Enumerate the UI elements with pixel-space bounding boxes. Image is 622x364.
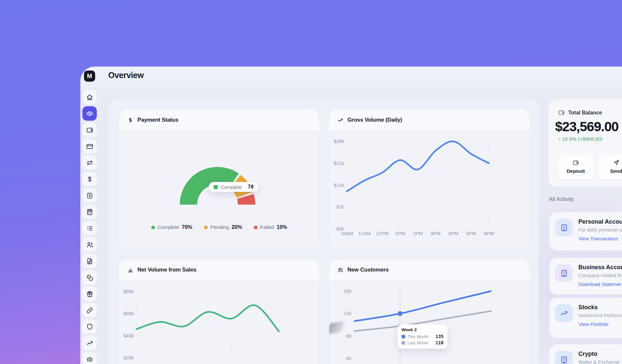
svg-text:$14k: $14k xyxy=(334,183,344,188)
card-new-customers: New Customers 1801359045 Week 2 This Mon… xyxy=(329,260,529,364)
activity-link[interactable]: View Portfolio xyxy=(578,321,608,327)
activity-card-business-account[interactable]: Business AccountCompany-related finances… xyxy=(549,258,622,294)
sidebar-item-documents[interactable] xyxy=(82,254,97,268)
activity-link[interactable]: Download Statement xyxy=(578,281,622,287)
dashboard-panel: M Overview $1 Payment Status Complete 70… xyxy=(80,67,622,364)
activity-title: Crypto xyxy=(578,351,597,357)
legend-label: Pending xyxy=(210,224,229,230)
activity-card-crypto[interactable]: CryptoWallet & Exchange xyxy=(549,344,622,364)
trend-icon xyxy=(86,339,93,347)
total-balance-label: Total Balance xyxy=(568,110,602,116)
sidebar-item-transactions[interactable] xyxy=(82,221,97,235)
wallet-icon xyxy=(558,109,565,116)
sidebar-item-bank[interactable] xyxy=(82,352,97,364)
legend-item: Complete70% xyxy=(151,224,192,230)
legend-label: Failed xyxy=(260,224,274,230)
receipt-icon: $ xyxy=(86,192,93,199)
total-balance-card: Total Balance $23,569.00 ↑ 10.5% (+$908.… xyxy=(549,99,622,187)
bank-icon xyxy=(86,356,93,363)
card-title: Payment Status xyxy=(137,117,178,123)
svg-text:135: 135 xyxy=(343,311,351,316)
svg-text:$28k: $28k xyxy=(334,139,344,144)
sidebar-item-home[interactable] xyxy=(82,90,97,104)
coins-icon: 1 xyxy=(86,274,93,281)
svg-text:10AM: 10AM xyxy=(340,231,353,236)
card-header: Net Volume from Sales xyxy=(119,260,319,280)
sidebar: $1 xyxy=(82,90,97,364)
activity-card-stocks[interactable]: StocksInvestment PerformanceView Portfol… xyxy=(549,298,622,338)
sidebar-item-payments[interactable] xyxy=(82,172,97,186)
action-label: Send xyxy=(610,168,622,174)
sidebar-item-rewards[interactable] xyxy=(82,287,97,301)
sidebar-item-wallet[interactable] xyxy=(82,123,97,137)
send-button[interactable]: Send xyxy=(598,154,622,179)
card-title: Net Volume from Sales xyxy=(137,267,197,273)
dollar-icon xyxy=(86,175,93,183)
card-body: 1801359045 Week 2 This Month135Last Mont… xyxy=(329,280,529,364)
gift-icon xyxy=(86,290,93,298)
svg-text:$7k: $7k xyxy=(337,204,344,210)
svg-text:4PM: 4PM xyxy=(448,231,458,236)
app-logo[interactable]: M xyxy=(84,71,95,82)
sidebar-item-security[interactable] xyxy=(82,319,97,334)
desktop-background: M Overview $1 Payment Status Complete 70… xyxy=(0,0,622,364)
activity-subtitle: Wallet & Exchange xyxy=(578,359,620,364)
card-header: Payment Status xyxy=(119,110,319,131)
complete-swatch xyxy=(214,185,218,189)
sidebar-item-coins[interactable]: 1 xyxy=(82,270,97,285)
svg-text:5PM: 5PM xyxy=(466,231,476,236)
all-activity-heading: All Activity xyxy=(549,196,574,203)
users-icon xyxy=(337,267,343,273)
svg-text:11AM: 11AM xyxy=(358,231,371,236)
legend-value: 10% xyxy=(277,224,287,230)
legend-item: Pending20% xyxy=(204,224,242,230)
svg-text:3PM: 3PM xyxy=(430,231,441,236)
tooltip-title: Week 2 xyxy=(402,327,444,332)
sidebar-item-calculator[interactable] xyxy=(82,205,97,219)
tooltip-row: This Month135 xyxy=(402,334,444,339)
tooltip-row: Last Month110 xyxy=(402,340,444,345)
card-header: Gross Volume (Daily) xyxy=(329,110,529,131)
file-icon xyxy=(86,257,93,265)
sidebar-item-invoices[interactable]: $ xyxy=(82,188,97,203)
card-title: Gross Volume (Daily) xyxy=(347,117,402,123)
card-net-volume: Net Volume from Sales $80k$60k$40k$20k xyxy=(119,260,319,364)
sidebar-item-links[interactable] xyxy=(82,303,97,317)
svg-text:$60k: $60k xyxy=(124,311,134,316)
total-balance-change: ↑ 10.5% (+$908.00) xyxy=(558,136,603,142)
activity-card-personal-account[interactable]: Personal AccountFor daily personal useVi… xyxy=(549,212,622,251)
building-icon xyxy=(555,351,573,364)
total-balance-amount: $23,569.00 xyxy=(555,119,618,134)
list-icon xyxy=(86,225,93,232)
svg-text:$21k: $21k xyxy=(334,161,344,166)
legend-dot xyxy=(204,226,208,229)
legend-dot xyxy=(151,226,155,229)
activity-subtitle: Investment Performance xyxy=(578,313,622,318)
card-body: $0k$7k$14k$21k$28k10AM11AM12PM1PM2PM3PM4… xyxy=(329,131,529,249)
sidebar-item-cards[interactable] xyxy=(82,139,97,153)
wallet-icon xyxy=(572,159,579,166)
card-header: New Customers xyxy=(329,260,529,280)
legend-value: 20% xyxy=(232,224,242,230)
sidebar-item-customers[interactable] xyxy=(82,237,97,252)
activity-link[interactable]: View Transactions xyxy=(578,236,618,241)
sidebar-item-overview[interactable] xyxy=(82,106,97,121)
legend-value: 70% xyxy=(182,224,192,230)
sidebar-item-transfers[interactable] xyxy=(82,155,97,170)
activity-subtitle: For daily personal use xyxy=(578,227,622,233)
gauge-tooltip: Complete 70 xyxy=(209,182,258,192)
tooltip-value: 70 xyxy=(248,184,254,190)
gauge-legend: Complete70%Pending20%Failed10% xyxy=(119,224,319,230)
bar-chart-icon xyxy=(127,267,134,273)
transfer-icon xyxy=(86,159,93,167)
card-body: Complete 70 Complete70%Pending20%Failed1… xyxy=(119,131,319,249)
svg-text:2PM: 2PM xyxy=(413,231,423,236)
svg-text:12PM: 12PM xyxy=(376,231,389,236)
sidebar-item-analytics[interactable] xyxy=(82,336,97,350)
deposit-button[interactable]: Deposit xyxy=(558,154,594,179)
svg-text:$40k: $40k xyxy=(124,333,134,338)
activity-title: Personal Account xyxy=(578,218,622,225)
shield-icon xyxy=(86,323,93,331)
gross-volume-line-chart: $0k$7k$14k$21k$28k10AM11AM12PM1PM2PM3PM4… xyxy=(329,131,529,249)
wallet-icon xyxy=(86,126,93,134)
